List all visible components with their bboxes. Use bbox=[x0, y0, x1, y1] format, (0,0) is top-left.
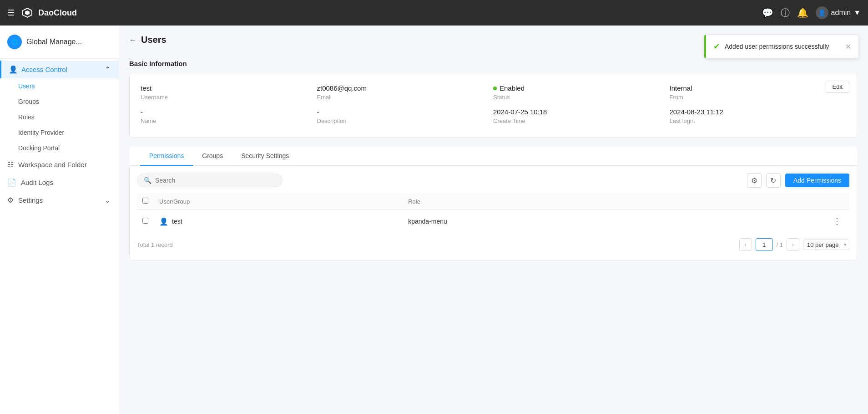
logo-container: DaoCloud bbox=[20, 5, 77, 20]
sidebar-item-docking-portal[interactable]: Docking Portal bbox=[0, 140, 118, 156]
user-group-col-header: User/Group bbox=[154, 193, 403, 210]
total-records-text: Total 1 record bbox=[137, 241, 173, 248]
search-input[interactable] bbox=[155, 177, 276, 184]
toast-message: Added user permissions successfully bbox=[725, 43, 841, 50]
settings-columns-button[interactable]: ⚙ bbox=[747, 173, 762, 188]
status-cell: Enabled Status bbox=[493, 81, 670, 104]
tab-groups[interactable]: Groups bbox=[193, 147, 232, 166]
last-login-label: Last login bbox=[670, 118, 846, 124]
chat-icon[interactable]: 💬 bbox=[762, 7, 773, 18]
table-row: 👤 test kpanda-menu ⋮ bbox=[137, 210, 849, 233]
hamburger-icon[interactable]: ☰ bbox=[7, 8, 15, 18]
email-cell: zt0086@qq.com Email bbox=[317, 81, 494, 104]
description-value: - bbox=[317, 108, 494, 116]
permissions-card: 🔍 ⚙ ↻ Add Permissions User/Gr bbox=[129, 166, 857, 261]
global-manage-label: Global Manage... bbox=[26, 38, 82, 46]
sidebar-item-access-control[interactable]: 👤 Access Control ⌃ bbox=[0, 61, 118, 78]
sidebar-item-identity-provider[interactable]: Identity Provider bbox=[0, 125, 118, 140]
name-cell: - Name bbox=[141, 104, 317, 128]
description-label: Description bbox=[317, 118, 494, 124]
create-time-cell: 2024-07-25 10:18 Create Time bbox=[493, 104, 670, 128]
toast-close-button[interactable]: ✕ bbox=[845, 42, 851, 51]
settings-icon: ⚙ bbox=[7, 196, 14, 204]
topnav: ☰ DaoCloud 💬 ⓘ 🔔 👤 admin ▼ bbox=[0, 0, 868, 26]
access-control-icon: 👤 bbox=[9, 65, 18, 74]
next-page-button[interactable]: › bbox=[787, 238, 799, 251]
basic-info-card: Edit test Username zt0086@qq.com Email E… bbox=[129, 73, 857, 138]
user-row-icon: 👤 bbox=[159, 217, 168, 226]
edit-button[interactable]: Edit bbox=[826, 81, 849, 93]
toolbar: 🔍 ⚙ ↻ Add Permissions bbox=[137, 173, 849, 188]
username-cell: test Username bbox=[141, 81, 317, 104]
from-value: Internal bbox=[670, 84, 846, 92]
audit-logs-label: Audit Logs bbox=[21, 179, 53, 186]
page-number-input[interactable] bbox=[756, 238, 773, 251]
permissions-table: User/Group Role bbox=[137, 193, 849, 233]
sidebar-item-settings[interactable]: ⚙ Settings ⌄ bbox=[0, 191, 118, 209]
user-name-label: admin bbox=[831, 9, 851, 17]
audit-logs-icon: 📄 bbox=[7, 178, 16, 187]
row-more-button[interactable]: ⋮ bbox=[830, 215, 844, 227]
status-value: Enabled bbox=[493, 84, 670, 92]
page-title: Users bbox=[141, 35, 167, 45]
tab-permissions[interactable]: Permissions bbox=[140, 147, 193, 166]
logo-text: DaoCloud bbox=[38, 8, 77, 18]
search-icon: 🔍 bbox=[144, 177, 151, 184]
access-control-label: Access Control bbox=[21, 66, 67, 73]
sidebar-item-roles[interactable]: Roles bbox=[0, 109, 118, 125]
back-button[interactable]: ← bbox=[129, 36, 136, 44]
from-cell: Internal From bbox=[670, 81, 846, 104]
username-label: Username bbox=[141, 94, 317, 101]
bell-icon[interactable]: 🔔 bbox=[797, 7, 808, 18]
select-all-checkbox[interactable] bbox=[142, 198, 148, 204]
prev-page-button[interactable]: ‹ bbox=[739, 238, 752, 251]
user-menu[interactable]: 👤 admin ▼ bbox=[816, 6, 861, 19]
description-cell: - Description bbox=[317, 104, 494, 128]
name-label: Name bbox=[141, 118, 317, 124]
workspace-icon: ☷ bbox=[7, 160, 14, 169]
success-toast-icon: ✔ bbox=[713, 41, 720, 51]
settings-chevron-icon: ⌄ bbox=[105, 196, 111, 204]
sidebar: 🌐 Global Manage... 👤 Access Control ⌃ Us… bbox=[0, 26, 118, 414]
role-col-header: Role bbox=[403, 193, 702, 210]
create-time-value: 2024-07-25 10:18 bbox=[493, 108, 670, 116]
status-dot bbox=[493, 87, 497, 90]
success-toast: ✔ Added user permissions successfully ✕ bbox=[704, 35, 859, 58]
basic-info-section-label: Basic Information bbox=[129, 52, 198, 73]
sidebar-item-users[interactable]: Users bbox=[0, 78, 118, 94]
per-page-wrap: 10 per page 20 per page 50 per page bbox=[803, 240, 849, 250]
email-label: Email bbox=[317, 94, 494, 101]
sidebar-item-audit-logs[interactable]: 📄 Audit Logs bbox=[0, 174, 118, 191]
last-login-value: 2024-08-23 11:12 bbox=[670, 108, 846, 116]
pagination: Total 1 record ‹ / 1 › 10 per page 20 pe… bbox=[137, 233, 849, 253]
row-checkbox[interactable] bbox=[142, 218, 148, 224]
sidebar-item-groups[interactable]: Groups bbox=[0, 94, 118, 109]
name-value: - bbox=[141, 108, 317, 116]
user-dropdown-icon: ▼ bbox=[853, 9, 861, 17]
sidebar-global-manage[interactable]: 🌐 Global Manage... bbox=[0, 26, 118, 59]
refresh-button[interactable]: ↻ bbox=[766, 173, 781, 188]
row-actions-cell: ⋮ bbox=[702, 210, 849, 233]
create-time-label: Create Time bbox=[493, 118, 670, 124]
tab-security-settings[interactable]: Security Settings bbox=[232, 147, 298, 166]
user-name-cell: test bbox=[172, 218, 182, 225]
chevron-up-icon: ⌃ bbox=[105, 65, 111, 74]
from-label: From bbox=[670, 94, 846, 101]
add-permissions-button[interactable]: Add Permissions bbox=[785, 174, 849, 187]
select-all-col bbox=[137, 193, 154, 210]
role-cell: kpanda-menu bbox=[403, 210, 702, 233]
search-box[interactable]: 🔍 bbox=[137, 174, 283, 187]
sidebar-item-workspace-folder[interactable]: ☷ Workspace and Folder bbox=[0, 156, 118, 174]
per-page-select[interactable]: 10 per page 20 per page 50 per page bbox=[803, 240, 849, 250]
last-login-cell: 2024-08-23 11:12 Last login bbox=[670, 104, 846, 128]
actions-col-header bbox=[702, 193, 849, 210]
daocloud-logo-icon bbox=[20, 5, 35, 20]
row-checkbox-cell bbox=[137, 210, 154, 233]
avatar: 👤 bbox=[816, 6, 828, 19]
page-separator: / 1 bbox=[777, 241, 783, 248]
username-value: test bbox=[141, 84, 317, 92]
email-value: zt0086@qq.com bbox=[317, 84, 494, 92]
user-group-cell: 👤 test bbox=[154, 210, 403, 233]
settings-label: Settings bbox=[18, 196, 43, 204]
help-icon[interactable]: ⓘ bbox=[781, 7, 790, 19]
